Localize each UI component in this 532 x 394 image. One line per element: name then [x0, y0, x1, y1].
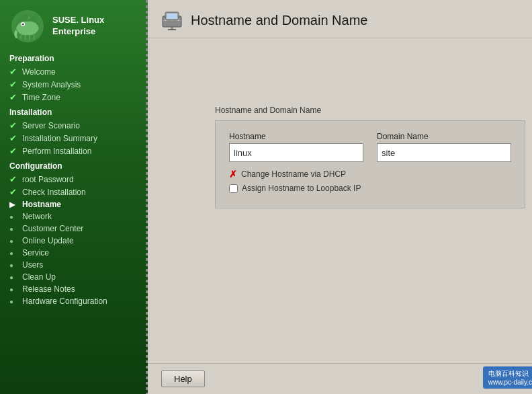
bullet-icon: ●: [9, 274, 19, 281]
sidebar-item-hostname[interactable]: ▶ Hostname: [0, 198, 148, 210]
help-button[interactable]: Help: [161, 370, 205, 387]
sidebar-item-welcome[interactable]: ✔ Welcome: [0, 65, 148, 78]
bullet-icon: ●: [9, 225, 19, 233]
page-title: Hostname and Domain Name: [191, 13, 367, 28]
sidebar-item-users[interactable]: ● Users: [0, 259, 148, 271]
hostname-header-icon: [161, 9, 183, 31]
sidebar: SUSE. Linux Enterprise Preparation ✔ Wel…: [0, 0, 148, 394]
bullet-icon: ●: [9, 262, 19, 269]
loopback-checkbox[interactable]: [229, 184, 238, 193]
main-body: Hostname and Domain Name Hostname Domain…: [148, 38, 532, 363]
svg-point-4: [22, 24, 23, 24]
check-icon: ✔: [9, 187, 19, 197]
check-icon: ✔: [9, 133, 19, 143]
svg-point-3: [22, 24, 24, 26]
main-footer: Help: [148, 363, 532, 394]
hostname-input[interactable]: [229, 143, 363, 162]
sidebar-item-system-analysis[interactable]: ✔ System Analysis: [0, 78, 148, 91]
domain-input[interactable]: [377, 143, 511, 162]
sidebar-item-hardware-configuration[interactable]: ● Hardware Configuration: [0, 295, 148, 307]
check-icon: ✔: [9, 67, 19, 77]
svg-rect-10: [168, 29, 176, 30]
sidebar-item-network[interactable]: ● Network: [0, 210, 148, 223]
main-header: Hostname and Domain Name: [148, 0, 532, 38]
check-icon: ✔: [9, 120, 19, 130]
section-configuration: Configuration: [0, 157, 148, 173]
hostname-field: Hostname: [229, 132, 363, 162]
loopback-checkbox-row: Assign Hostname to Loopback IP: [229, 184, 511, 193]
check-icon: ✔: [9, 174, 19, 184]
bullet-icon: ●: [9, 286, 19, 293]
x-mark-icon: ✗: [229, 169, 237, 180]
bullet-icon: ●: [9, 213, 19, 221]
dhcp-label: Change Hostname via DHCP: [241, 169, 346, 179]
sidebar-item-perform-installation[interactable]: ✔ Perform Installation: [0, 145, 148, 157]
bullet-icon: ●: [9, 237, 19, 245]
hostname-label: Hostname: [229, 132, 363, 141]
check-icon: ✔: [9, 92, 19, 102]
sidebar-item-check-installation[interactable]: ✔ Check Installation: [0, 186, 148, 198]
sidebar-item-clean-up[interactable]: ● Clean Up: [0, 271, 148, 283]
sidebar-logo: SUSE. Linux Enterprise: [0, 0, 148, 50]
loopback-label: Assign Hostname to Loopback IP: [242, 184, 361, 193]
sidebar-item-customer-center[interactable]: ● Customer Center: [0, 223, 148, 235]
svg-rect-12: [167, 13, 177, 19]
sidebar-item-root-password[interactable]: ✔ root Password: [0, 173, 148, 186]
domain-field: Domain Name: [377, 132, 511, 162]
arrow-icon: ▶: [9, 200, 19, 209]
domain-label: Domain Name: [377, 132, 511, 141]
bullet-icon: ●: [9, 298, 19, 305]
main-content: Hostname and Domain Name Hostname and Do…: [148, 0, 532, 394]
sidebar-item-installation-summary[interactable]: ✔ Installation Summary: [0, 132, 148, 145]
sidebar-item-release-notes[interactable]: ● Release Notes: [0, 283, 148, 295]
form-fields-row: Hostname Domain Name: [229, 132, 511, 162]
sidebar-item-service[interactable]: ● Service: [0, 247, 148, 259]
section-installation: Installation: [0, 104, 148, 119]
sidebar-item-time-zone[interactable]: ✔ Time Zone: [0, 91, 148, 104]
check-icon: ✔: [9, 146, 19, 156]
chameleon-logo-icon: [9, 8, 46, 44]
sidebar-item-server-scenario[interactable]: ✔ Server Scenario: [0, 119, 148, 132]
check-icon: ✔: [9, 79, 19, 89]
sidebar-item-online-update[interactable]: ● Online Update: [0, 235, 148, 247]
form-section-label: Hostname and Domain Name: [215, 106, 525, 115]
brand-text: SUSE. Linux Enterprise: [52, 15, 104, 38]
section-preparation: Preparation: [0, 50, 148, 65]
dhcp-checkbox-row: ✗ Change Hostname via DHCP: [229, 169, 511, 180]
bullet-icon: ●: [9, 249, 19, 257]
